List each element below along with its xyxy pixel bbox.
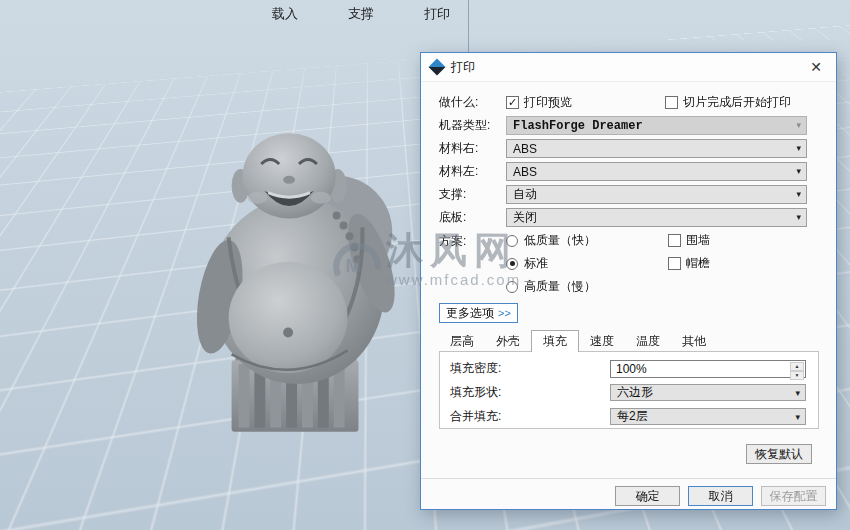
quality-high-option[interactable]: 高质量（慢）	[506, 277, 596, 296]
spin-down-button[interactable]: ▼	[790, 371, 804, 380]
wall-checkbox[interactable]	[668, 234, 681, 247]
tab-temperature[interactable]: 温度	[625, 332, 671, 351]
settings-tabs: 层高 外壳 填充 速度 温度 其他	[439, 329, 807, 351]
radio-standard[interactable]	[506, 258, 518, 270]
dialog-body: 做什么: 打印预览 切片完成后开始打印 机器类型: FlashForge Dre…	[421, 82, 836, 429]
chevron-down-icon: ▾	[795, 388, 800, 398]
tab-speed[interactable]: 速度	[579, 332, 625, 351]
support-value: 自动	[513, 186, 537, 203]
profile-label: 方案:	[439, 231, 506, 300]
combine-infill-value: 每2层	[617, 408, 648, 425]
support-row: 支撑: 自动 ▾	[439, 185, 807, 204]
machine-type-row: 机器类型: FlashForge Dreamer ▾	[439, 116, 807, 135]
high-quality-label: 高质量（慢）	[524, 278, 596, 295]
dialog-titlebar[interactable]: 打印 ✕	[421, 53, 836, 82]
support-label: 支撑:	[439, 186, 506, 203]
more-options-button[interactable]: 更多选项 >>	[439, 303, 518, 323]
combine-infill-label: 合并填充:	[450, 408, 610, 425]
brim-checkbox[interactable]	[668, 257, 681, 270]
machine-type-label: 机器类型:	[439, 117, 506, 134]
what-to-do-row: 做什么: 打印预览 切片完成后开始打印	[439, 93, 807, 112]
fill-pattern-value: 六边形	[617, 384, 653, 401]
combine-infill-select[interactable]: 每2层 ▾	[610, 408, 806, 425]
restore-defaults-button[interactable]: 恢复默认	[746, 444, 812, 464]
fill-density-label: 填充密度:	[450, 360, 610, 377]
combine-infill-row: 合并填充: 每2层 ▾	[450, 407, 808, 426]
material-right-row: 材料右: ABS ▾	[439, 139, 807, 158]
chevron-down-icon: ▾	[795, 412, 800, 422]
spin-up-button[interactable]: ▲	[790, 362, 804, 371]
top-toolbar: 载入 支撑 打印	[0, 0, 850, 30]
material-right-select[interactable]: ABS ▾	[506, 139, 807, 158]
material-left-select[interactable]: ABS ▾	[506, 162, 807, 181]
infill-panel: 填充密度: 100% ▲ ▼ 填充形状: 六边形 ▾	[439, 351, 819, 429]
flashforge-logo-icon	[429, 59, 446, 76]
profile-block: 方案: 低质量（快） 标准 高质量（慢）	[439, 231, 807, 300]
low-quality-label: 低质量（快）	[524, 232, 596, 249]
raft-value: 关闭	[513, 209, 537, 226]
machine-type-select: FlashForge Dreamer ▾	[506, 116, 807, 135]
model-buddha[interactable]	[186, 106, 414, 444]
support-select[interactable]: 自动 ▾	[506, 185, 807, 204]
dialog-footer: 确定 取消 保存配置	[421, 486, 836, 506]
toolbar-load-button[interactable]: 载入	[272, 5, 298, 23]
double-chevron-icon: >>	[498, 307, 511, 319]
save-config-button: 保存配置	[761, 486, 826, 506]
material-left-row: 材料左: ABS ▾	[439, 162, 807, 181]
chevron-down-icon: ▾	[796, 212, 801, 222]
quality-low-option[interactable]: 低质量（快）	[506, 231, 596, 250]
standard-label: 标准	[524, 255, 548, 272]
print-preview-label: 打印预览	[524, 94, 572, 111]
material-right-value: ABS	[513, 142, 537, 156]
footer-separator	[421, 478, 836, 479]
wall-option[interactable]: 围墙	[668, 231, 710, 250]
radio-high-quality[interactable]	[506, 281, 518, 293]
app-window: 载入 支撑 打印 M 沐风网 www.mfcad.com 打印 ✕ 做什么: 打…	[0, 0, 850, 530]
fill-density-value: 100%	[616, 362, 647, 376]
brim-label: 帽檐	[686, 255, 710, 272]
radio-low-quality[interactable]	[506, 235, 518, 247]
buddha-statue-graphic	[186, 106, 414, 444]
chevron-down-icon: ▾	[796, 189, 801, 199]
chevron-down-icon: ▾	[796, 143, 801, 153]
more-options-label: 更多选项	[446, 305, 494, 322]
brim-option[interactable]: 帽檐	[668, 254, 710, 273]
print-when-sliced-label: 切片完成后开始打印	[683, 94, 791, 111]
fill-density-row: 填充密度: 100% ▲ ▼	[450, 359, 808, 378]
tab-infill[interactable]: 填充	[531, 330, 579, 352]
cancel-button[interactable]: 取消	[688, 486, 753, 506]
material-left-value: ABS	[513, 165, 537, 179]
fill-pattern-label: 填充形状:	[450, 384, 610, 401]
wall-label: 围墙	[686, 232, 710, 249]
toolbar-print-button[interactable]: 打印	[424, 5, 450, 23]
fill-density-spinner[interactable]: 100% ▲ ▼	[610, 360, 806, 378]
fill-pattern-row: 填充形状: 六边形 ▾	[450, 383, 808, 402]
tab-layer-height[interactable]: 层高	[439, 332, 485, 351]
quality-standard-option[interactable]: 标准	[506, 254, 596, 273]
toolbar-support-button[interactable]: 支撑	[348, 5, 374, 23]
close-icon[interactable]: ✕	[802, 59, 830, 75]
ok-button[interactable]: 确定	[615, 486, 680, 506]
dialog-title: 打印	[451, 59, 475, 76]
tab-shell[interactable]: 外壳	[485, 332, 531, 351]
fill-pattern-select[interactable]: 六边形 ▾	[610, 384, 806, 401]
toolbar-separator	[468, 0, 469, 52]
raft-label: 底板:	[439, 209, 506, 226]
chevron-down-icon: ▾	[796, 120, 801, 130]
print-when-sliced-checkbox[interactable]	[665, 96, 678, 109]
what-to-do-label: 做什么:	[439, 94, 506, 111]
raft-select[interactable]: 关闭 ▾	[506, 208, 807, 227]
print-preview-checkbox[interactable]	[506, 96, 519, 109]
material-right-label: 材料右:	[439, 140, 506, 157]
machine-type-value: FlashForge Dreamer	[513, 119, 643, 133]
raft-row: 底板: 关闭 ▾	[439, 208, 807, 227]
print-dialog: 打印 ✕ 做什么: 打印预览 切片完成后开始打印 机器类型: FlashForg…	[420, 52, 837, 510]
chevron-down-icon: ▾	[796, 166, 801, 176]
material-left-label: 材料左:	[439, 163, 506, 180]
tab-others[interactable]: 其他	[671, 332, 717, 351]
